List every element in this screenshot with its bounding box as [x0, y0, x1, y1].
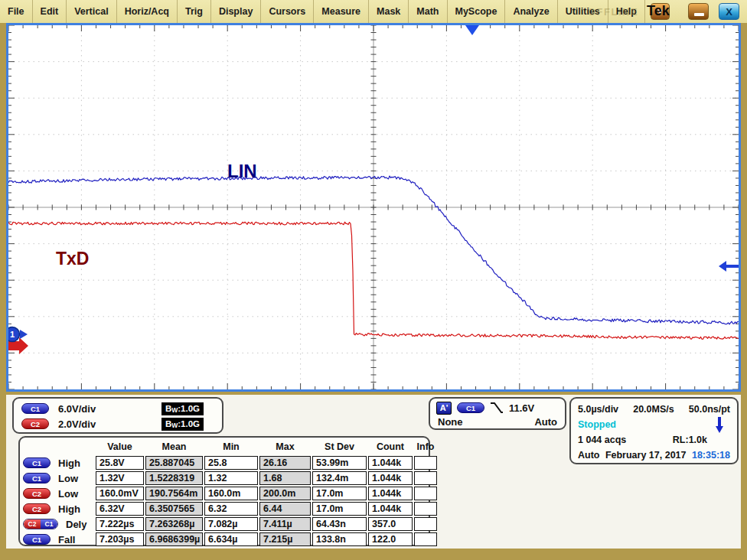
measurement-cell-r1-c4: 132.4m — [312, 471, 367, 485]
timebase-readout-panel[interactable]: 5.0µs/div 20.0MS/s 50.0ns/pt Stopped 1 0… — [569, 397, 739, 464]
source-badge-c2c1: C2C1 — [23, 519, 58, 529]
source-badge-c1: C1 — [23, 473, 51, 483]
menu-item-vertical[interactable]: Vertical — [67, 0, 116, 23]
trigger-source-badge: C1 — [457, 402, 484, 413]
measurement-cell-r2-c3: 200.0m — [259, 487, 311, 500]
measurement-cell-r1-c6 — [414, 471, 437, 485]
txd-trace-label: TxD — [56, 249, 89, 269]
measurement-cell-r3-c2: 6.32 — [204, 502, 258, 516]
minimize-button[interactable] — [688, 3, 709, 20]
arrow-down-icon — [715, 416, 724, 433]
trigger-level-marker[interactable] — [725, 265, 739, 268]
channel-1-badge: C1 — [21, 403, 49, 414]
measurement-cell-r1-c5: 1.044k — [368, 471, 413, 485]
channel-1-position-arrow[interactable] — [20, 330, 28, 339]
trigger-holdoff: None — [438, 416, 463, 428]
column-header-mean: Mean — [145, 440, 203, 454]
menu-item-display[interactable]: Display — [211, 0, 261, 23]
measurement-cell-r1-c0: 1.32V — [96, 471, 144, 485]
menu-item-mask[interactable]: Mask — [369, 0, 409, 23]
waveform-display: LINTxD1 — [6, 23, 741, 392]
tek-logo: Tek — [647, 3, 670, 19]
menu-item-edit[interactable]: Edit — [33, 0, 67, 23]
measurement-cell-r0-c6 — [414, 456, 437, 470]
measurement-cell-r2-c6 — [414, 487, 437, 500]
measurement-cell-r5-c1: 6.9686399µ — [145, 532, 203, 546]
measurement-cell-r4-c0: 7.222µs — [96, 517, 144, 531]
menu-item-math[interactable]: Math — [409, 0, 447, 23]
column-header-stdev: St Dev — [312, 440, 367, 454]
measurement-header-spacer — [23, 440, 94, 454]
source-badge-c1: C1 — [23, 457, 51, 468]
trigger-position-marker[interactable] — [465, 25, 479, 35]
trigger-level-value: 11.6V — [509, 402, 534, 414]
measurement-cell-r1-c2: 1.32 — [204, 471, 258, 485]
measurement-cell-r4-c5: 357.0 — [368, 517, 413, 531]
measurement-row-label: C1High — [23, 456, 94, 470]
timebase-scale: 5.0µs/div — [578, 404, 618, 415]
measurement-cell-r4-c1: 7.263268µ — [145, 517, 203, 531]
time-label: 18:35:18 — [692, 450, 730, 461]
menu-item-analyze[interactable]: Analyze — [505, 0, 557, 23]
date-label: February 17, 2017 — [605, 450, 687, 461]
channel-2-scale: 2.0V/div — [58, 418, 96, 430]
channel-2-readout[interactable]: C2 2.0V/div BW:1.0G — [21, 416, 214, 431]
channel-1-bandwidth-badge: BW:1.0G — [161, 402, 204, 415]
close-button[interactable]: X — [719, 3, 739, 20]
channel-1-readout[interactable]: C1 6.0V/div BW:1.0G — [21, 401, 214, 416]
measurement-row-label: C2C1Dely — [23, 517, 94, 531]
measurement-name: Low — [58, 473, 78, 484]
measurement-cell-r4-c2: 7.082µ — [204, 517, 258, 531]
measurement-cell-r3-c6 — [414, 502, 437, 516]
menu-items: FileEditVerticalHoriz/AcqTrigDisplayCurs… — [0, 0, 645, 23]
channel-1-marker-number: 1 — [10, 330, 15, 339]
measurement-name: Low — [58, 488, 78, 500]
menu-item-horizacq[interactable]: Horiz/Acq — [117, 0, 178, 23]
measurement-name: High — [58, 503, 80, 515]
measurement-cell-r3-c4: 17.0m — [312, 502, 367, 516]
measurement-cell-r0-c3: 26.16 — [259, 456, 311, 470]
record-length: RL:1.0k — [673, 435, 707, 445]
graticule: LINTxD1 — [8, 25, 739, 389]
column-header-info: Info — [414, 440, 437, 454]
offline-watermark: OFFLINE — [588, 6, 638, 18]
trigger-readout-panel[interactable]: A' C1 11.6V None Auto — [429, 397, 566, 430]
trigger-mode-label: Auto — [578, 450, 599, 461]
measurement-cell-r0-c1: 25.887045 — [145, 456, 203, 470]
sample-resolution: 50.0ns/pt — [689, 404, 730, 415]
measurement-row-label: C2Low — [23, 487, 94, 500]
measurement-table-panel: ValueMeanMinMaxSt DevCountInfoC1High25.8… — [18, 436, 430, 546]
minimize-icon — [694, 13, 704, 16]
measurement-cell-r2-c5: 1.044k — [368, 487, 413, 500]
menu-item-file[interactable]: File — [0, 0, 33, 23]
acquisition-status: Stopped — [578, 419, 616, 430]
measurement-cell-r1-c3: 1.68 — [259, 471, 311, 485]
measurement-row-label: C1Low — [23, 471, 94, 485]
menu-item-measure[interactable]: Measure — [314, 0, 369, 23]
trigger-level-arrow-icon[interactable] — [719, 261, 726, 272]
measurement-name: Fall — [58, 534, 75, 545]
measurement-row-label: C2High — [23, 502, 94, 516]
measurement-cell-r5-c6 — [414, 532, 437, 546]
measurement-cell-r0-c4: 53.99m — [312, 456, 367, 470]
menu-item-myscope[interactable]: MyScope — [448, 0, 506, 23]
measurement-cell-r0-c5: 1.044k — [368, 456, 413, 470]
menu-item-trig[interactable]: Trig — [178, 0, 211, 23]
source-badge-c1: C1 — [23, 534, 51, 545]
measurement-row-label: C1Fall — [23, 532, 94, 546]
trigger-a-badge: A' — [436, 402, 452, 415]
measurement-cell-r3-c3: 6.44 — [259, 502, 311, 516]
measurement-cell-r1-c1: 1.5228319 — [145, 471, 203, 485]
channel-readout-panel: C1 6.0V/div BW:1.0G C2 2.0V/div BW:1.0G — [12, 397, 223, 434]
lin-trace-label: LIN — [227, 161, 257, 181]
menu-item-cursors[interactable]: Cursors — [261, 0, 314, 23]
measurement-cell-r3-c1: 6.3507565 — [145, 502, 203, 516]
source-badge-c2: C2 — [23, 488, 51, 499]
acquisition-count: 1 044 acqs — [578, 435, 626, 445]
measurement-name: Dely — [66, 519, 86, 530]
close-icon: X — [726, 6, 732, 18]
measurement-cell-r5-c0: 7.203µs — [96, 532, 144, 546]
measurement-cell-r2-c2: 160.0m — [204, 487, 258, 500]
column-header-count: Count — [368, 440, 413, 454]
column-header-value: Value — [96, 440, 144, 454]
